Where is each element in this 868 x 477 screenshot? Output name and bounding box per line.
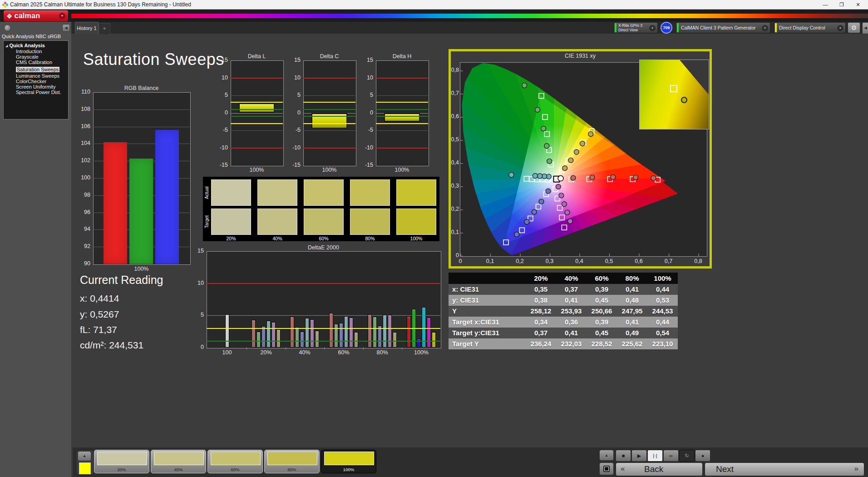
pattern-patch-40%[interactable]: 40% — [151, 450, 206, 473]
refresh-button[interactable]: ↻ — [679, 450, 695, 462]
minimize-button[interactable]: — — [817, 0, 833, 9]
table-value-cell: 0,39 — [587, 284, 617, 295]
deltae-bar-20% — [266, 321, 271, 348]
patch-label: 20% — [94, 467, 149, 472]
yellow-reference-line — [303, 123, 355, 124]
window-pattern-button[interactable] — [599, 462, 614, 475]
sidebar-item-grayscale[interactable]: Grayscale — [16, 54, 68, 60]
deltae-gridline — [207, 315, 440, 316]
tab-history-1[interactable]: History 1 — [75, 22, 99, 34]
table-value-cell: 0,37 — [556, 284, 587, 295]
back-button[interactable]: « Back — [616, 462, 703, 476]
tab-add-button[interactable]: + — [99, 23, 110, 34]
next-button[interactable]: Next » — [705, 462, 864, 476]
workflow-status-dot[interactable] — [4, 25, 11, 31]
table-row-label: y: CIE31 — [449, 295, 526, 306]
cie-xtick-label: 0,2 — [513, 258, 527, 264]
pattern-generator-name: CalMAN Client 3 Pattern Generator — [681, 25, 756, 30]
loop-button[interactable]: ∞ — [663, 450, 679, 462]
rgb-ytick-label: 94 — [71, 226, 90, 232]
table-value-cell: 228,52 — [587, 338, 617, 349]
yellow-reference-line — [231, 102, 283, 103]
deltae-bar-20% — [252, 320, 256, 348]
tree-root[interactable]: ◢Quick Analysis — [5, 43, 68, 48]
table-header-row: 20%40%60%80%100% — [449, 273, 678, 284]
green-measured-circle — [541, 126, 546, 131]
rgb-ytick-label: 110 — [71, 89, 90, 95]
patch-swatch — [154, 452, 204, 465]
display-control-dropdown[interactable]: Direct Display Control ▼ — [774, 22, 846, 33]
calman-logo-button[interactable]: ❖ calman ▼ — [4, 10, 68, 21]
magenta-measured-circle — [565, 210, 570, 215]
pattern-dropdown-icon[interactable]: ▼ — [762, 25, 768, 31]
play-button[interactable]: ▶ — [631, 450, 647, 462]
stop-button[interactable]: ■ — [616, 450, 631, 462]
logo-dropdown-icon[interactable]: ▼ — [59, 13, 65, 19]
blue-measured-circle — [539, 199, 544, 204]
close-button[interactable]: ✕ — [850, 0, 866, 9]
single-button[interactable]: ● — [695, 450, 710, 462]
table-value-cell: 0,37 — [526, 328, 556, 338]
table-value-cell: 0,41 — [617, 317, 647, 328]
delta-h-xlabel: 100% — [376, 167, 428, 173]
meter-status-accent — [615, 23, 616, 32]
actual-swatch-60% — [304, 179, 344, 206]
pattern-patch-20%[interactable]: 20% — [94, 450, 149, 473]
mini-up-icon[interactable]: ▲ — [78, 452, 91, 461]
current-reading-fl: fL: 71,37 — [80, 324, 117, 335]
table-value-cell: 0,35 — [526, 284, 556, 295]
pattern-patch-60%[interactable]: 60% — [207, 450, 263, 473]
cie-ytick-label: 0,6 — [449, 113, 459, 119]
pattern-mini-widget[interactable]: ▲ — [76, 450, 94, 475]
meter-dropdown[interactable]: X-Rite i1Pro 3 Direct View ▼ — [614, 22, 658, 33]
colorspace-709-badge[interactable]: 709 — [661, 22, 672, 34]
settings-gear-icon[interactable]: ⚙ — [848, 22, 860, 33]
meter-dropdown-icon[interactable]: ▼ — [649, 25, 656, 31]
swatch-column-label: 60% — [304, 236, 344, 241]
app-header: ❖ calman ▼ — [0, 10, 868, 22]
table-row: y: CIE310,380,410,450,480,53 — [449, 295, 678, 306]
table-value-cell: 0,49 — [617, 328, 647, 338]
green-measured-circle — [522, 83, 527, 88]
magenta-measured-circle — [568, 219, 573, 224]
transport-up-icon[interactable]: ▲ — [599, 450, 614, 461]
sidebar-item-spectral-power-dist[interactable]: Spectral Power Dist. — [16, 89, 68, 95]
sidebar-item-screen-uniformity[interactable]: Screen Uniformity — [16, 84, 68, 89]
rgb-balance-title: RGB Balance — [93, 85, 190, 91]
sidebar-collapse-icon[interactable]: ◀ — [62, 24, 70, 32]
deltae-ytick-label: 5 — [187, 312, 204, 318]
sidebar-item-colorchecker[interactable]: ColorChecker — [16, 79, 68, 84]
sidebar-item-cms-calibration[interactable]: CMS Calibration — [16, 60, 68, 65]
deltae-bar-60% — [339, 323, 343, 348]
maximize-button[interactable]: ❐ — [833, 0, 850, 9]
sidebar-item-introduction[interactable]: Introduction — [16, 49, 68, 54]
next-chevron-icon: » — [854, 464, 858, 473]
sidebar-item-saturation-sweeps[interactable]: Saturation Sweeps — [16, 67, 59, 72]
panel-collapse-icon[interactable]: ◀ — [862, 22, 868, 34]
red-measured-circle — [611, 175, 616, 180]
deltae-bar-100 — [225, 314, 229, 348]
sidebar-item-luminance-sweeps[interactable]: Luminance Sweeps — [16, 73, 68, 79]
delta-ytick-label: 15 — [212, 57, 228, 63]
display-dropdown-icon[interactable]: ▼ — [837, 25, 843, 31]
table-value-cell: 247,95 — [617, 306, 647, 317]
pattern-patch-80%[interactable]: 80% — [264, 450, 320, 473]
deltae-ytick-label: 0 — [187, 344, 204, 350]
deltae-bar-100% — [417, 338, 421, 348]
red-reference-line — [303, 78, 355, 79]
pattern-patch-100%[interactable]: 100% — [321, 450, 376, 473]
swatch-column-label: 80% — [350, 236, 390, 241]
table-row: Target Y236,24232,03228,52225,62223,10 — [449, 338, 678, 349]
pattern-generator-dropdown[interactable]: CalMAN Client 3 Pattern Generator ▼ — [676, 22, 770, 33]
deltae-bar-80% — [388, 315, 392, 348]
target-row-label: Target — [203, 209, 210, 235]
delta-ytick-label: 5 — [285, 92, 301, 98]
deltae-bar-80% — [368, 314, 372, 348]
green-reference-line — [207, 341, 440, 342]
calman-diamond-icon: ❖ — [6, 13, 12, 20]
delta-ytick-label: 5 — [358, 92, 373, 98]
delta-ytick-label: 15 — [358, 57, 373, 63]
yellow-measured-circle — [568, 158, 573, 163]
table-value-cell: 0,41 — [556, 328, 587, 338]
measure-button[interactable]: |·| — [647, 450, 663, 462]
